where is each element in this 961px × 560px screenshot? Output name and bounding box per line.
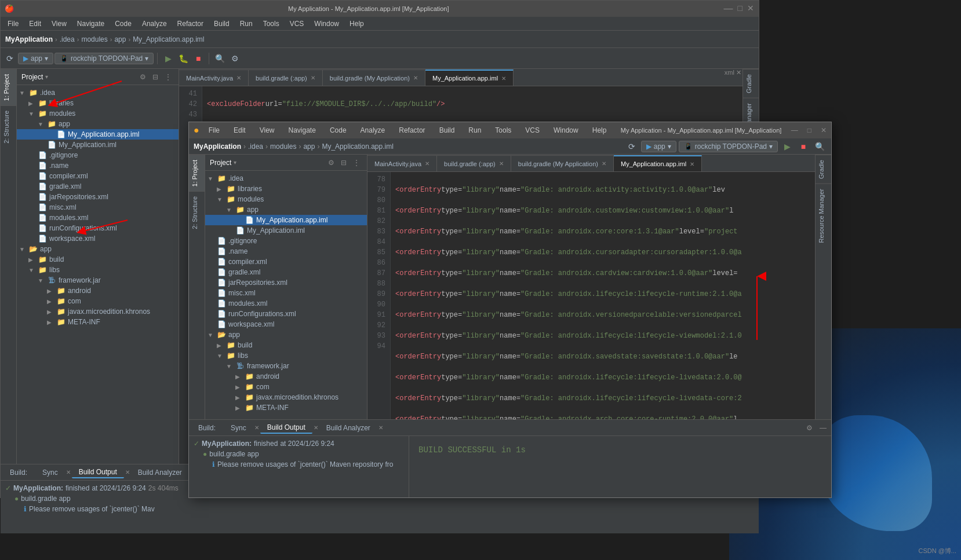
run-btn-2[interactable]: ▶ bbox=[780, 140, 794, 153]
run-config-2[interactable]: ▶ app ▾ bbox=[641, 141, 676, 152]
tree-item-build[interactable]: ▶ 📁 build bbox=[17, 254, 179, 265]
tree-item-framework-jar[interactable]: ▼ 🗜 framework.jar bbox=[17, 275, 179, 286]
w2-tab-build-my[interactable]: build.gradle (My Application) ✕ bbox=[511, 155, 614, 171]
tree-item-libs[interactable]: ▼ 📁 libs bbox=[17, 265, 179, 275]
w2-libraries[interactable]: ▶ 📁 libraries bbox=[205, 184, 367, 194]
sync-btn-2[interactable]: ⟳ bbox=[625, 140, 639, 153]
tab-build-gradle-my[interactable]: build.gradle (My Application) ✕ bbox=[323, 69, 425, 86]
menu-run[interactable]: Run bbox=[235, 19, 257, 29]
sync-files-btn[interactable]: ⚙ bbox=[137, 71, 148, 83]
menu-view[interactable]: View bbox=[47, 19, 71, 29]
menu-navigate[interactable]: Navigate bbox=[72, 19, 109, 29]
w2-gitignore[interactable]: 📄 .gitignore bbox=[205, 236, 367, 246]
w2-tab-build-app[interactable]: build.gradle (:app) ✕ bbox=[437, 155, 511, 171]
collapse-all-btn[interactable]: ⊟ bbox=[150, 71, 161, 83]
search-btn-2[interactable]: 🔍 bbox=[813, 140, 827, 153]
w2-app-iml[interactable]: 📄 My_Application.app.iml bbox=[205, 215, 367, 225]
structure-tab[interactable]: 2: Structure bbox=[1, 105, 16, 148]
w2-javax[interactable]: ▶ 📁 javax.microedition.khronos bbox=[205, 392, 367, 402]
build-analyzer-tab[interactable]: Build Analyzer bbox=[131, 467, 189, 478]
w2-gradle-tab[interactable]: Gradle bbox=[816, 155, 831, 184]
tree-item-gradle-xml[interactable]: 📄 gradle.xml bbox=[17, 181, 179, 192]
sync-btn[interactable]: ⟳ bbox=[3, 52, 17, 65]
debug-btn[interactable]: 🐛 bbox=[176, 52, 190, 65]
tree-item-mapp-iml[interactable]: 📄 My_Application.iml bbox=[17, 140, 179, 150]
w2-build-analyzer-tab[interactable]: Build Analyzer bbox=[319, 423, 377, 433]
menu-build-2[interactable]: Build bbox=[435, 125, 460, 136]
tree-item-name[interactable]: 📄 .name bbox=[17, 160, 179, 171]
close-btn-bg[interactable]: 🍎 bbox=[5, 5, 13, 13]
menu-refactor[interactable]: Refactor bbox=[173, 19, 208, 29]
tree-item-javax[interactable]: ▶ 📁 javax.microedition.khronos bbox=[17, 306, 179, 317]
close-icon[interactable]: ✕ bbox=[747, 3, 754, 14]
sync-tab[interactable]: Sync bbox=[35, 467, 65, 478]
close-fg[interactable]: ✕ bbox=[821, 126, 827, 134]
w2-modules[interactable]: ▼ 📁 modules bbox=[205, 194, 367, 204]
search-btn[interactable]: 🔍 bbox=[213, 52, 227, 65]
build-output-tab[interactable]: Build Output bbox=[72, 467, 124, 478]
tab-close[interactable]: ✕ bbox=[236, 75, 241, 81]
w2-code-editor[interactable]: 7879808182838485868788899091929394 <orde… bbox=[367, 172, 815, 456]
stop-btn-2[interactable]: ■ bbox=[796, 140, 810, 153]
device-selector[interactable]: 📱 rockchip TOPDON-Pad ▾ bbox=[54, 53, 154, 64]
tree-item-run-configs[interactable]: 📄 runConfigurations.xml bbox=[17, 223, 179, 233]
w2-framework-jar[interactable]: ▼ 🗜 framework.jar bbox=[205, 361, 367, 371]
maximize-fg[interactable]: □ bbox=[807, 126, 811, 134]
tree-item-jar-repos[interactable]: 📄 jarRepositories.xml bbox=[17, 192, 179, 202]
w2-gradle-xml[interactable]: 📄 gradle.xml bbox=[205, 267, 367, 277]
w2-meta-inf[interactable]: ▶ 📁 META-INF bbox=[205, 402, 367, 413]
w2-misc[interactable]: 📄 misc.xml bbox=[205, 288, 367, 298]
tab-build-gradle-app[interactable]: build.gradle (:app) ✕ bbox=[249, 69, 323, 86]
tree-item-misc[interactable]: 📄 misc.xml bbox=[17, 202, 179, 213]
menu-edit[interactable]: Edit bbox=[24, 19, 46, 29]
w2-android[interactable]: ▶ 📁 android bbox=[205, 371, 367, 382]
run-btn[interactable]: ▶ bbox=[161, 52, 175, 65]
w2-structure-tab[interactable]: 2: Structure bbox=[189, 191, 205, 234]
w2-collapse-btn[interactable]: ⊟ bbox=[338, 157, 350, 169]
w2-dotname[interactable]: 📄 .name bbox=[205, 246, 367, 257]
w2-sync-tab[interactable]: Sync bbox=[224, 423, 253, 433]
tab-close[interactable]: ✕ bbox=[501, 75, 506, 82]
w2-app-folder[interactable]: ▼ 📁 app bbox=[205, 204, 367, 215]
w2-resource-tab[interactable]: Resource Manager bbox=[816, 184, 831, 248]
w2-sync-btn[interactable]: ⚙ bbox=[325, 157, 337, 169]
maximize-icon[interactable]: □ bbox=[738, 3, 742, 14]
minimize-fg[interactable]: — bbox=[791, 126, 798, 134]
w2-app-module[interactable]: ▼ 📂 app bbox=[205, 330, 367, 340]
w2-build[interactable]: ▶ 📁 build bbox=[205, 340, 367, 350]
tree-item-app-folder[interactable]: ▼ 📁 app bbox=[17, 119, 179, 129]
w2-settings-bottom[interactable]: ⚙ bbox=[803, 422, 815, 434]
w2-settings-btn[interactable]: ⋮ bbox=[351, 157, 362, 169]
tab-close[interactable]: ✕ bbox=[413, 75, 418, 81]
device-selector-2[interactable]: 📱 rockchip TOPDON-Pad ▾ bbox=[679, 141, 778, 152]
w2-modules-xml[interactable]: 📄 modules.xml bbox=[205, 298, 367, 309]
w2-jar-repos[interactable]: 📄 jarRepositories.xml bbox=[205, 277, 367, 288]
tab-main-activity[interactable]: MainActivity.java ✕ bbox=[179, 69, 249, 86]
tab-close[interactable]: ✕ bbox=[311, 75, 315, 81]
w2-mapp-iml[interactable]: 📄 My_Application.iml bbox=[205, 225, 367, 236]
menu-run-2[interactable]: Run bbox=[464, 125, 486, 136]
w2-project-tab[interactable]: 1: Project bbox=[189, 155, 205, 191]
menu-file[interactable]: File bbox=[3, 19, 23, 29]
tree-item-compiler[interactable]: 📄 compiler.xml bbox=[17, 171, 179, 181]
tree-item-modules-xml[interactable]: 📄 modules.xml bbox=[17, 213, 179, 223]
settings-project-btn[interactable]: ⋮ bbox=[162, 71, 174, 83]
menu-refactor-2[interactable]: Refactor bbox=[394, 125, 429, 136]
menu-view-2[interactable]: View bbox=[255, 125, 279, 136]
menu-help-2[interactable]: Help bbox=[588, 125, 611, 136]
w2-libs[interactable]: ▼ 📁 libs bbox=[205, 350, 367, 361]
w2-runconfigs[interactable]: 📄 runConfigurations.xml bbox=[205, 309, 367, 319]
menu-vcs[interactable]: VCS bbox=[285, 19, 309, 29]
settings-btn[interactable]: ⚙ bbox=[228, 52, 242, 65]
tree-item-libraries[interactable]: ▶ 📁 libraries bbox=[17, 98, 179, 108]
menu-vcs-2[interactable]: VCS bbox=[520, 125, 544, 136]
menu-help[interactable]: Help bbox=[345, 19, 369, 29]
gradle-tab[interactable]: Gradle bbox=[743, 69, 759, 98]
tree-item-workspace[interactable]: 📄 workspace.xml bbox=[17, 233, 179, 244]
menu-analyze[interactable]: Analyze bbox=[137, 19, 172, 29]
menu-code-2[interactable]: Code bbox=[325, 125, 351, 136]
menu-analyze-2[interactable]: Analyze bbox=[356, 125, 390, 136]
tree-item-idea[interactable]: ▼ 📁 .idea bbox=[17, 87, 179, 98]
w2-code-content[interactable]: <orderEntry type="library" name="Gradle:… bbox=[391, 172, 815, 456]
w2-tab-main[interactable]: MainActivity.java ✕ bbox=[367, 155, 437, 171]
